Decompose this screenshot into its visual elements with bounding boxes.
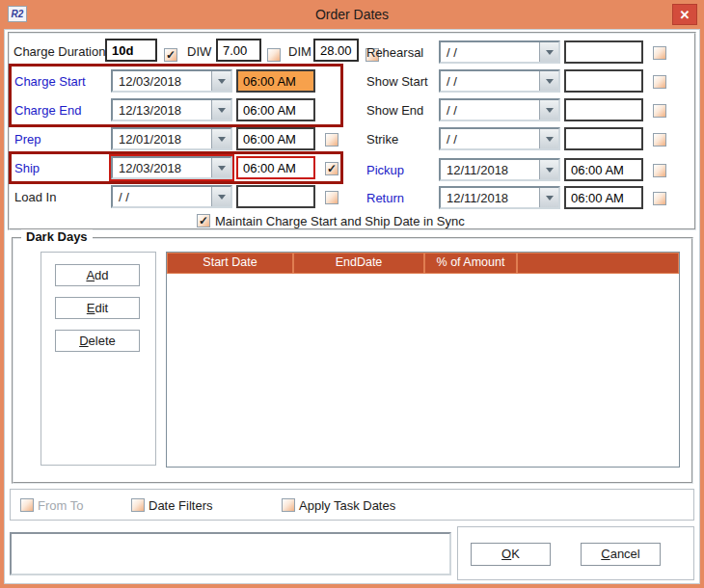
cancel-button[interactable]: Cancel [581, 543, 661, 566]
delete-button[interactable]: Delete [55, 330, 140, 352]
show-start-checkbox[interactable] [653, 75, 666, 89]
show-end-time-input[interactable] [564, 98, 643, 121]
title-bar: R2 Order Dates ✕ [0, 0, 704, 29]
sync-label: Maintain Charge Start and Ship Date in S… [215, 214, 465, 228]
return-row: Return 12/11/2018 [0, 186, 704, 211]
pickup-date-combo[interactable]: 12/11/2018 [439, 158, 560, 181]
strike-date-value: / / [441, 129, 539, 148]
strike-label: Strike [366, 132, 398, 147]
return-date-value: 12/11/2018 [441, 188, 539, 207]
show-end-date-combo[interactable]: / / [439, 98, 560, 121]
dropdown-arrow-icon[interactable] [539, 100, 558, 120]
date-filters-label: Date Filters [149, 498, 212, 513]
note-input[interactable] [10, 532, 451, 575]
column-header-percent-of-amount[interactable]: % of Amount [424, 253, 517, 274]
dark-days-title: Dark Days [21, 229, 93, 244]
rehearsal-time-input[interactable] [564, 40, 643, 64]
return-date-combo[interactable]: 12/11/2018 [439, 186, 560, 209]
date-filters-checkbox[interactable] [131, 498, 145, 512]
dark-days-table: Start Date EndDate % of Amount [166, 252, 680, 468]
dark-days-button-panel: Add Edit Delete [41, 252, 156, 466]
apply-task-dates-checkbox[interactable] [282, 498, 295, 512]
rehearsal-label: Rehearsal [366, 45, 423, 60]
show-start-row: Show Start / / [0, 69, 704, 94]
pickup-time-input[interactable] [564, 158, 643, 181]
apply-task-dates-label: Apply Task Dates [299, 498, 395, 513]
strike-row: Strike / / [0, 127, 704, 152]
pickup-date-value: 12/11/2018 [441, 160, 539, 179]
add-button[interactable]: Add [55, 264, 140, 286]
from-to-checkbox [20, 498, 34, 512]
window-title: Order Dates [0, 7, 704, 22]
dropdown-arrow-icon[interactable] [539, 42, 558, 62]
strike-checkbox[interactable] [653, 133, 666, 147]
dropdown-arrow-icon[interactable] [539, 71, 558, 91]
rehearsal-checkbox[interactable] [653, 46, 666, 60]
column-header-filler [517, 253, 679, 274]
close-icon[interactable]: ✕ [672, 4, 697, 25]
show-end-checkbox[interactable] [653, 104, 666, 118]
pickup-checkbox[interactable] [653, 164, 666, 177]
dark-days-table-header: Start Date EndDate % of Amount [167, 253, 679, 274]
ok-button[interactable]: OK [471, 543, 551, 566]
dropdown-arrow-icon[interactable] [539, 129, 558, 148]
dark-days-groupbox: Dark Days Add Edit Delete Start Date End… [12, 237, 693, 484]
footer-button-panel: OK Cancel [457, 526, 694, 580]
strike-time-input[interactable] [564, 127, 643, 150]
edit-button[interactable]: Edit [55, 297, 140, 319]
dropdown-arrow-icon[interactable] [539, 188, 558, 207]
column-header-end-date[interactable]: EndDate [293, 253, 424, 274]
rehearsal-date-combo[interactable]: / / [439, 40, 560, 64]
show-start-time-input[interactable] [564, 69, 643, 93]
show-end-label: Show End [366, 103, 423, 118]
return-checkbox[interactable] [653, 192, 666, 205]
rehearsal-row: Rehearsal / / [0, 40, 704, 66]
show-start-date-value: / / [441, 71, 539, 91]
show-end-date-value: / / [441, 100, 539, 120]
rehearsal-date-value: / / [441, 42, 539, 62]
pickup-row: Pickup 12/11/2018 [0, 158, 704, 183]
dropdown-arrow-icon[interactable] [539, 160, 558, 179]
dialog-window: R2 Order Dates ✕ Charge Duration DIW DIM… [0, 0, 704, 588]
from-to-label: From To [38, 498, 83, 513]
return-time-input[interactable] [564, 186, 643, 209]
return-label: Return [366, 191, 404, 205]
sync-checkbox[interactable] [197, 214, 210, 227]
column-header-start-date[interactable]: Start Date [167, 253, 293, 274]
pickup-label: Pickup [366, 163, 404, 177]
show-start-label: Show Start [366, 74, 428, 89]
show-start-date-combo[interactable]: / / [439, 69, 560, 93]
show-end-row: Show End / / [0, 98, 704, 123]
filter-options-panel: From To Date Filters Apply Task Dates [10, 489, 694, 521]
strike-date-combo[interactable]: / / [439, 127, 560, 150]
